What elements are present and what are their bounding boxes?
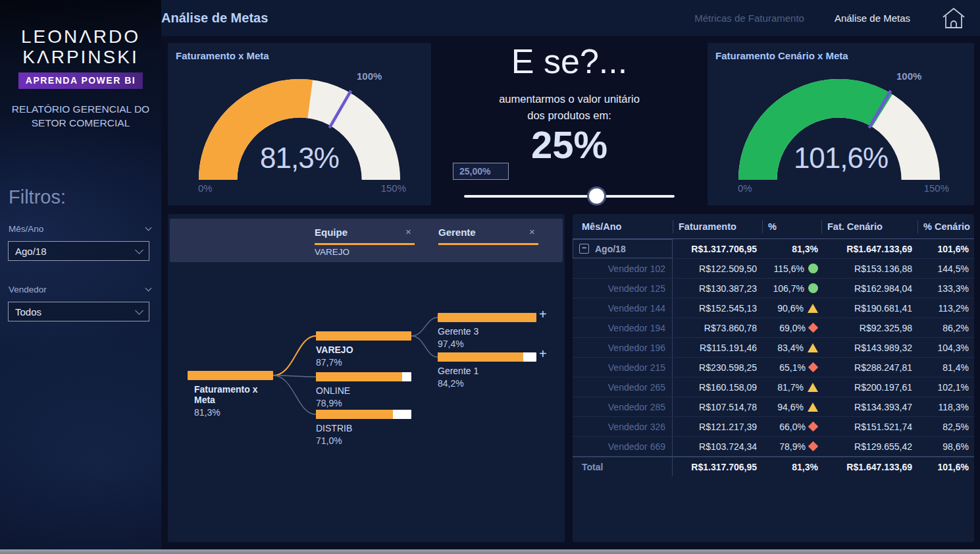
row-label-cell: −Ago/18 — [573, 239, 673, 258]
pct-value: 78,9% — [779, 441, 806, 452]
fat-cenario-cell: R$92.325,98 — [821, 318, 917, 337]
table-row[interactable]: Vendedor 326R$121.217,3966,0%R$151.521,7… — [573, 417, 974, 437]
pct-cenario-cell: 101,6% — [917, 239, 974, 258]
row-label-cell: Vendedor 102 — [573, 259, 673, 278]
row-label-cell: Vendedor 125 — [573, 279, 673, 298]
table-row[interactable]: Vendedor 265R$160.158,0981,7%R$200.197,6… — [573, 377, 974, 397]
what-if-line-1: aumentarmos o valor unitário — [434, 93, 704, 105]
gauge-faturamento-x-meta: Faturamento x Meta 81,3% 0% 150% 100% — [168, 43, 431, 206]
col-header-pct-cenario[interactable]: % Cenário — [917, 220, 974, 233]
tree-bar[interactable] — [188, 371, 273, 380]
col-header-faturamento[interactable]: Faturamento — [673, 220, 762, 233]
fat-cenario-cell: R$134.393,47 — [821, 397, 917, 416]
gauge-faturamento-cenario-x-meta: Faturamento Cenário x Meta 101,6% 0% 150… — [708, 43, 974, 206]
pct-value: 115,6% — [774, 263, 804, 274]
expand-plus-button[interactable]: + — [539, 307, 547, 322]
table-header: Mês/Ano Faturamento % Fat. Cenário % Cen… — [573, 214, 974, 239]
faturamento-cell: R$160.158,09 — [673, 377, 762, 397]
row-label-cell: Vendedor 196 — [573, 338, 673, 357]
percent-input[interactable] — [453, 163, 509, 180]
expand-plus-button[interactable]: + — [539, 346, 547, 362]
tree-bar[interactable] — [316, 372, 411, 381]
faturamento-cell: R$230.598,25 — [673, 358, 762, 377]
fat-cenario-cell: R$200.197,61 — [821, 377, 917, 397]
table-group-row[interactable]: −Ago/18R$1.317.706,9581,3%R$1.647.133,69… — [573, 239, 974, 259]
report-nav: Métricas de Faturamento Análise de Metas — [694, 6, 980, 31]
what-if-headline: E se?... — [434, 43, 704, 80]
gauge-value-label: 81,3% — [168, 142, 431, 175]
table-row[interactable]: Vendedor 285R$107.514,7894,6%R$134.393,4… — [573, 397, 974, 417]
tree-node-label: Gerente 3 — [438, 326, 536, 337]
col-header-pct[interactable]: % — [762, 220, 821, 233]
table-row[interactable]: Vendedor 125R$130.387,23106,7%R$162.984,… — [573, 279, 974, 298]
diamond-status-icon — [808, 422, 819, 432]
row-label: Total — [582, 462, 603, 472]
row-label: Vendedor 669 — [608, 441, 665, 452]
pct-value: 81,3% — [792, 462, 818, 472]
row-label: Vendedor 215 — [608, 362, 665, 373]
what-if-line-2: dos produtos em: — [434, 109, 704, 122]
filter-mes-ano-label: Mês/Ano — [9, 224, 151, 234]
triangle-status-icon — [808, 343, 818, 352]
col-header-mes-ano[interactable]: Mês/Ano — [573, 220, 673, 233]
home-icon[interactable] — [941, 6, 967, 31]
row-label-cell: Total — [573, 457, 673, 476]
table-row[interactable]: Vendedor 102R$122.509,50115,6%R$153.136,… — [573, 259, 974, 279]
tree-bar[interactable] — [438, 313, 536, 322]
table-row[interactable]: Vendedor 669R$103.724,3478,9%R$129.655,4… — [573, 437, 974, 457]
tab-analise-de-metas[interactable]: Análise de Metas — [835, 13, 910, 24]
table-row[interactable]: Vendedor 194R$73.860,7869,0%R$92.325,988… — [573, 318, 974, 338]
fat-cenario-cell: R$1.647.133,69 — [821, 457, 917, 476]
table-body: −Ago/18R$1.317.706,9581,3%R$1.647.133,69… — [573, 239, 974, 476]
chevron-down-icon[interactable] — [145, 285, 152, 292]
collapse-icon[interactable]: − — [579, 244, 589, 254]
pct-value: 94,6% — [777, 402, 804, 412]
tab-metricas-de-faturamento[interactable]: Métricas de Faturamento — [694, 13, 804, 24]
tree-bar[interactable] — [316, 331, 411, 341]
tree-connector — [411, 318, 438, 336]
slider-handle[interactable] — [589, 188, 604, 204]
pct-value: 65,1% — [779, 362, 806, 373]
diamond-status-icon — [808, 362, 819, 373]
faturamento-cell: R$115.191,46 — [673, 338, 762, 357]
faturamento-cell: R$152.545,13 — [673, 298, 762, 318]
faturamento-cell: R$130.387,23 — [673, 279, 762, 298]
pct-value: 106,7% — [773, 283, 804, 294]
horizontal-scrollbar[interactable] — [0, 549, 980, 554]
tree-node-value: 87,7% — [316, 357, 411, 368]
row-label-cell: Vendedor 285 — [573, 397, 673, 416]
fat-cenario-cell: R$151.521,74 — [821, 417, 917, 436]
row-label-cell: Vendedor 326 — [573, 417, 673, 436]
row-label: Vendedor 125 — [608, 283, 665, 294]
chevron-down-icon[interactable] — [145, 225, 152, 231]
table-row[interactable]: Vendedor 196R$115.191,4683,4%R$143.989,3… — [573, 338, 974, 358]
gauge-max-label: 150% — [924, 182, 949, 194]
tree-node-root: Faturamento x Meta 81,3% — [188, 371, 273, 418]
pct-value: 69,0% — [779, 323, 806, 333]
pct-value: 66,0% — [779, 422, 806, 432]
tree-node-value: 71,0% — [316, 435, 411, 446]
tree-node-label: Gerente 1 — [438, 366, 536, 376]
row-label-cell: Vendedor 265 — [573, 377, 673, 397]
gauge-min-label: 0% — [738, 182, 752, 194]
vendedor-dropdown[interactable]: Todos — [8, 302, 149, 321]
tree-bar[interactable] — [438, 352, 536, 362]
tree-node-value: 97,4% — [438, 339, 536, 349]
fat-cenario-cell: R$190.681,41 — [821, 298, 917, 318]
faturamento-cell: R$107.514,78 — [673, 397, 762, 416]
fat-cenario-cell: R$129.655,42 — [821, 437, 917, 456]
tree-node-value: 84,2% — [438, 378, 536, 389]
mes-ano-dropdown[interactable]: Ago/18 — [8, 241, 149, 261]
tree-bar[interactable] — [316, 410, 411, 419]
col-header-fat-cenario[interactable]: Fat. Cenário — [821, 220, 917, 233]
pct-cenario-cell: 144,5% — [917, 259, 974, 278]
slider-track[interactable] — [464, 195, 675, 198]
tree-node-value: 81,3% — [188, 407, 273, 418]
row-label-cell: Vendedor 194 — [573, 318, 673, 337]
table-row[interactable]: Vendedor 215R$230.598,2565,1%R$288.247,8… — [573, 358, 974, 377]
row-label: Vendedor 144 — [608, 303, 665, 314]
vendedor-value: Todos — [15, 306, 41, 318]
table-total-row[interactable]: TotalR$1.317.706,9581,3%R$1.647.133,6910… — [573, 457, 974, 476]
table-row[interactable]: Vendedor 144R$152.545,1390,6%R$190.681,4… — [573, 298, 974, 318]
pct-cell: 94,6% — [762, 397, 821, 416]
